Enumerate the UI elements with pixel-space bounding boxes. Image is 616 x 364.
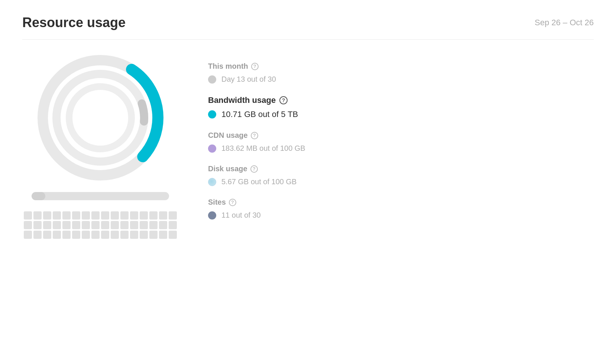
grid-cell <box>130 231 138 239</box>
grid-cell <box>24 231 32 239</box>
disk-help-icon[interactable]: ? <box>250 165 258 173</box>
cdn-dot <box>208 144 216 153</box>
cdn-value-row: 183.62 MB out of 100 GB <box>208 144 594 153</box>
bandwidth-dot <box>208 110 216 118</box>
grid-cell <box>101 221 109 229</box>
bandwidth-label: Bandwidth usage ? <box>208 95 594 105</box>
sites-value-row: 11 out of 30 <box>208 211 594 220</box>
grid-section <box>24 211 177 239</box>
grid-cell <box>159 221 167 229</box>
grid-cell <box>24 211 32 220</box>
grid-cell <box>111 211 119 220</box>
progress-bar-container <box>32 192 169 200</box>
donut-chart <box>37 55 163 181</box>
grid-cell <box>120 221 129 229</box>
grid-cell <box>33 221 42 229</box>
grid-cell <box>62 221 71 229</box>
grid-cell <box>111 221 119 229</box>
sites-label: Sites ? <box>208 198 594 207</box>
grid-cell <box>33 211 42 220</box>
grid-cell <box>82 221 90 229</box>
grid-cell <box>91 211 100 220</box>
grid-cell <box>72 221 80 229</box>
grid-cell <box>53 211 61 220</box>
grid-cell <box>43 221 51 229</box>
bandwidth-value-row: 10.71 GB out of 5 TB <box>208 110 594 119</box>
grid-cell <box>101 231 109 239</box>
grid-cell <box>159 231 167 239</box>
grid-cell <box>72 211 80 220</box>
grid-cell <box>43 211 51 220</box>
date-range: Sep 26 – Oct 26 <box>535 18 594 27</box>
grid-cell <box>169 231 177 239</box>
grid-cell <box>91 231 100 239</box>
this-month-help-icon[interactable]: ? <box>251 63 259 70</box>
grid-cell <box>140 231 148 239</box>
grid-cell <box>72 231 80 239</box>
grid-cell <box>24 221 32 229</box>
bandwidth-help-icon[interactable]: ? <box>279 96 288 104</box>
grid-cell <box>43 231 51 239</box>
grid-cell <box>120 231 129 239</box>
grid-cell <box>33 231 42 239</box>
disk-value-row: 5.67 GB out of 100 GB <box>208 178 594 186</box>
grid-cell <box>53 221 61 229</box>
chart-section <box>22 55 178 239</box>
grid-cell <box>169 221 177 229</box>
this-month-group: This month ? Day 13 out of 30 <box>208 62 594 84</box>
grid-cell <box>111 231 119 239</box>
content-area: This month ? Day 13 out of 30 Bandwidth … <box>22 55 594 239</box>
grid-cell <box>82 211 90 220</box>
header: Resource usage Sep 26 – Oct 26 <box>22 15 594 40</box>
sites-help-icon[interactable]: ? <box>229 199 236 206</box>
grid-cell <box>149 211 158 220</box>
this-month-label: This month ? <box>208 62 594 71</box>
grid-cell <box>53 231 61 239</box>
this-month-dot <box>208 75 216 84</box>
grid-cell <box>101 211 109 220</box>
grid-cell <box>169 211 177 220</box>
grid-cell <box>130 221 138 229</box>
sites-group: Sites ? 11 out of 30 <box>208 198 594 220</box>
grid-cell <box>82 231 90 239</box>
bandwidth-group: Bandwidth usage ? 10.71 GB out of 5 TB <box>208 95 594 119</box>
svg-point-2 <box>69 87 132 149</box>
page-title: Resource usage <box>22 15 126 30</box>
grid-cell <box>140 221 148 229</box>
sites-dot <box>208 211 216 220</box>
cdn-help-icon[interactable]: ? <box>251 132 258 139</box>
grid-cell <box>120 211 129 220</box>
grid-cell <box>130 211 138 220</box>
grid-cell <box>149 231 158 239</box>
grid-cell <box>91 221 100 229</box>
disk-group: Disk usage ? 5.67 GB out of 100 GB <box>208 165 594 186</box>
grid-cell <box>62 231 71 239</box>
cdn-group: CDN usage ? 183.62 MB out of 100 GB <box>208 131 594 153</box>
this-month-value-row: Day 13 out of 30 <box>208 75 594 84</box>
grid-cell <box>159 211 167 220</box>
grid-cell <box>62 211 71 220</box>
grid-cell <box>140 211 148 220</box>
disk-label: Disk usage ? <box>208 165 594 173</box>
disk-dot <box>208 178 216 186</box>
cdn-label: CDN usage ? <box>208 131 594 140</box>
grid-cell <box>149 221 158 229</box>
stats-section: This month ? Day 13 out of 30 Bandwidth … <box>208 55 594 231</box>
page-container: Resource usage Sep 26 – Oct 26 <box>0 0 616 254</box>
progress-bar-fill <box>32 192 45 200</box>
